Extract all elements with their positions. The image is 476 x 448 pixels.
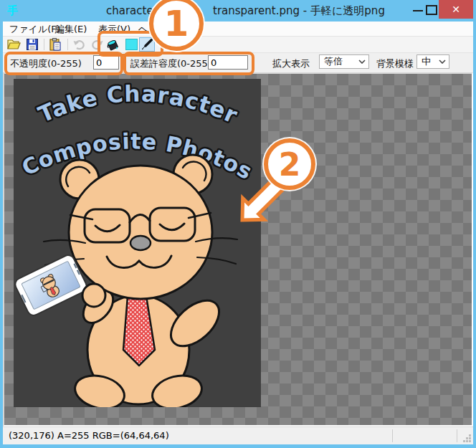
canvas-viewport[interactable]: Take Character Composite Photos: [3, 72, 473, 426]
redo-icon: [90, 37, 105, 52]
menu-edit[interactable]: 編集(E): [55, 23, 87, 36]
menubar: ファイル(F) 編集(E) 表示(V) ヘルプ(H): [3, 22, 473, 37]
menu-view[interactable]: 表示(V): [98, 23, 130, 36]
statusbar: (320,176) A=255 RGB=(64,64,64): [3, 426, 473, 444]
save-button[interactable]: [24, 37, 40, 52]
client-area: ファイル(F) 編集(E) 表示(V) ヘルプ(H): [3, 22, 473, 444]
floppy-disk-icon: [25, 37, 39, 52]
tolerance-input[interactable]: [208, 55, 248, 70]
zoom-select[interactable]: 等倍: [319, 54, 369, 69]
pixel-info-text: (320,176) A=255 RGB=(64,64,64): [9, 430, 169, 441]
close-icon: ✕: [452, 4, 460, 15]
clipboard-paste-icon: [48, 37, 62, 52]
open-file-button[interactable]: [6, 37, 22, 52]
tolerance-label: 誤差許容度(0-255): [130, 57, 211, 70]
close-button[interactable]: ✕: [439, 0, 473, 19]
fill-bucket-icon: [105, 37, 120, 52]
minimize-button[interactable]: [413, 10, 423, 11]
undo-button[interactable]: [71, 37, 87, 52]
pen-tool-icon: [140, 37, 154, 52]
app-window: 手 characte transparent.png - 手軽に透明png ✕ …: [0, 0, 476, 448]
chevron-down-icon: [439, 59, 446, 64]
open-folder-icon: [6, 37, 21, 52]
zoom-label: 拡大表示: [272, 57, 310, 70]
opacity-input[interactable]: [93, 55, 119, 70]
resize-grip[interactable]: [462, 434, 472, 443]
statusbar-divider: [392, 429, 393, 442]
background-pattern-label: 背景模様: [376, 57, 414, 70]
toolbar-separator: [67, 39, 68, 50]
window-title-prefix: characte: [106, 4, 153, 17]
app-icon: 手: [7, 4, 18, 18]
opacity-label: 不透明度(0-255): [10, 57, 82, 70]
artwork-image[interactable]: Take Character Composite Photos: [14, 79, 261, 407]
color-swatch-button[interactable]: [123, 37, 139, 52]
fill-bucket-button[interactable]: [105, 37, 120, 52]
nose-graphic: [130, 236, 151, 250]
maximize-button[interactable]: [426, 5, 437, 15]
pen-tool-button[interactable]: [139, 37, 155, 52]
options-bar: 不透明度(0-255) 誤差許容度(0-255) 拡大表示 等倍 背景模様 中: [3, 53, 473, 73]
statusbar-divider: [457, 429, 457, 442]
menu-file[interactable]: ファイル(F): [9, 23, 60, 36]
chevron-down-icon: [358, 59, 366, 64]
step-2-badge: 2: [264, 138, 315, 190]
undo-icon: [72, 37, 86, 52]
menu-help[interactable]: ヘルプ(H): [138, 23, 181, 36]
background-pattern-select[interactable]: 中: [416, 54, 449, 69]
background-pattern-value: 中: [422, 55, 431, 68]
titlebar[interactable]: 手 characte transparent.png - 手軽に透明png ✕: [0, 0, 476, 22]
toolbar-separator: [44, 39, 44, 50]
redo-button[interactable]: [90, 37, 105, 52]
cyan-swatch-icon: [126, 39, 137, 49]
toolbar: [3, 37, 473, 53]
window-title-suffix: transparent.png - 手軽に透明png: [213, 4, 385, 18]
zoom-select-value: 等倍: [324, 55, 343, 68]
paste-button[interactable]: [47, 37, 63, 52]
